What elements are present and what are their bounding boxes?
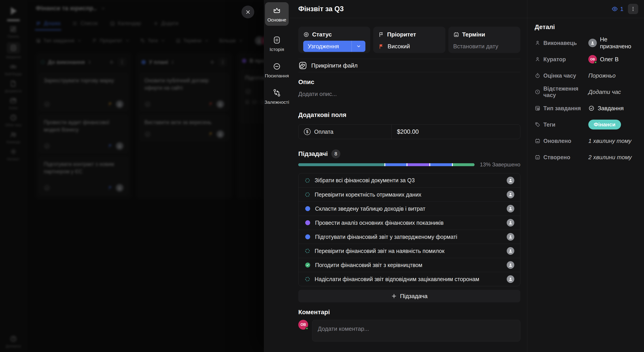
details-heading: Деталі xyxy=(535,24,640,31)
subtask-assignee-avatar[interactable] xyxy=(507,247,514,255)
comment-composer: ОВ xyxy=(298,320,520,342)
subtask-assignee-avatar[interactable] xyxy=(507,177,514,184)
modal-backdrop[interactable] xyxy=(0,0,264,352)
dependencies-icon xyxy=(272,88,281,97)
progress-label: 13% Завершено xyxy=(480,162,520,168)
subtasks-heading: Підзадачі xyxy=(298,150,328,158)
subtasks-list: Зібрати всі фінансові документи за Q3 Пе… xyxy=(298,173,520,286)
subtask-row[interactable]: Зібрати всі фінансові документи за Q3 xyxy=(298,173,520,188)
nav-item-links[interactable]: Посилання xyxy=(265,62,289,78)
subtask-row[interactable]: Перевірити фінансовий звіт на наявність … xyxy=(298,244,520,258)
app-screen: Панель Завдання Вайтборди Документи Кліп… xyxy=(0,0,644,352)
clock-icon xyxy=(535,89,540,95)
details-body: Деталі Виконавець Не призначено Куратор … xyxy=(527,18,644,161)
task-type-value[interactable]: Завдання xyxy=(588,105,624,112)
subtask-assignee-avatar[interactable] xyxy=(507,233,514,241)
history-icon xyxy=(272,36,281,44)
assignee-value[interactable]: Не призначено xyxy=(588,36,640,50)
status-dot-icon[interactable] xyxy=(305,234,310,239)
tag-icon xyxy=(535,122,540,128)
payment-field-value[interactable]: $200.00 xyxy=(392,128,419,135)
time-tracking-value[interactable]: Додати час xyxy=(588,88,621,96)
updated-value: 1 хвилину тому xyxy=(588,138,632,144)
chevron-down-icon xyxy=(356,44,361,49)
status-ring-icon[interactable] xyxy=(305,192,310,197)
detail-row-assignee: Виконавець Не призначено xyxy=(535,39,640,47)
time-estimate-value[interactable]: Порожньо xyxy=(588,72,616,79)
status-icon xyxy=(303,32,309,38)
comments-heading: Коментарі xyxy=(298,308,520,316)
priority-value[interactable]: Високий xyxy=(378,41,440,52)
subtask-row[interactable]: Підготувати фінансовий звіт у затверджен… xyxy=(298,230,520,244)
set-date-placeholder[interactable]: Встановити дату xyxy=(453,41,516,52)
payment-field-label: $ Оплата xyxy=(298,124,391,139)
subtask-row[interactable]: Погодити фінансовий звіт з керівництвом xyxy=(298,258,520,272)
description-heading: Опис xyxy=(298,78,520,86)
subtask-assignee-avatar[interactable] xyxy=(507,261,514,269)
calendar-icon xyxy=(453,32,459,38)
current-user-avatar: ОВ xyxy=(298,320,308,330)
subtasks-heading-row: Підзадачі 8 xyxy=(298,150,520,158)
subtask-row[interactable]: Надіслати фінансовий звіт відповідним за… xyxy=(298,272,520,286)
status-ring-icon[interactable] xyxy=(305,178,310,183)
person-icon xyxy=(508,277,513,282)
subtask-row[interactable]: Перевірити коректність отриманих даних xyxy=(298,188,520,202)
detail-row-tags: Теги Фінанси xyxy=(535,120,640,128)
subtask-assignee-avatar[interactable] xyxy=(507,275,514,283)
person-icon xyxy=(508,262,513,268)
nav-item-dependencies[interactable]: Залежності xyxy=(265,88,289,105)
person-icon xyxy=(590,40,595,46)
modal-main: Фінзвіт за Q3 Статус Узгодження xyxy=(290,0,527,352)
status-done-icon[interactable] xyxy=(305,262,310,268)
kebab-icon xyxy=(632,6,634,12)
subtask-assignee-avatar[interactable] xyxy=(507,205,514,212)
modal-header: Фінзвіт за Q3 xyxy=(290,0,527,18)
status-dropdown-chevron[interactable] xyxy=(352,41,366,52)
person-icon xyxy=(535,56,540,62)
person-icon xyxy=(508,192,513,197)
subtasks-count-badge: 8 xyxy=(332,150,340,158)
status-ring-icon[interactable] xyxy=(305,277,310,281)
status-ring-icon[interactable] xyxy=(305,249,310,253)
task-menu-button[interactable] xyxy=(628,4,638,14)
close-icon xyxy=(245,10,251,15)
status-dot-icon[interactable] xyxy=(305,220,310,225)
subtask-row[interactable]: Скласти зведену таблицю доходів і витрат xyxy=(298,202,520,216)
priority-card[interactable]: Пріоритет Високий xyxy=(373,26,445,53)
attach-file-button[interactable]: Прикріпити файл xyxy=(298,59,520,72)
nav-item-main[interactable]: Основне xyxy=(265,2,289,26)
subtask-assignee-avatar[interactable] xyxy=(507,219,514,226)
online-dot xyxy=(594,61,597,64)
online-dot xyxy=(306,327,308,330)
close-modal-button[interactable] xyxy=(242,6,254,18)
add-subtask-button[interactable]: Підзадача xyxy=(298,290,520,302)
subtask-assignee-avatar[interactable] xyxy=(507,191,514,198)
status-dot-icon[interactable] xyxy=(305,206,310,211)
task-title: Фінзвіт за Q3 xyxy=(298,5,344,13)
task-modal: Основне Історія Посилання Залежності Фін… xyxy=(264,0,644,352)
created-value: 2 хвилини тому xyxy=(588,154,632,161)
field-cards: Статус Узгодження Пріоритет xyxy=(298,26,520,53)
crown-icon xyxy=(272,6,281,15)
detail-row-time-estimate: Оцінка часу Порожньо xyxy=(535,72,640,80)
watchers-button[interactable]: 1 xyxy=(611,6,624,12)
person-icon xyxy=(508,248,513,254)
priority-flag-icon xyxy=(378,44,384,50)
eye-icon xyxy=(611,6,618,12)
nav-item-history[interactable]: Історія xyxy=(265,36,289,52)
tag-finance[interactable]: Фінанси xyxy=(588,120,621,130)
subtasks-progress-row: 13% Завершено xyxy=(298,162,520,168)
curator-value[interactable]: ОВ Олег В xyxy=(588,55,619,64)
detail-row-time-tracking: Відстеження часу Додати час xyxy=(535,88,640,96)
dollar-icon: $ xyxy=(304,128,310,135)
subtasks-progress-bar xyxy=(298,163,474,166)
comment-input[interactable] xyxy=(312,320,520,342)
task-type-icon xyxy=(535,105,540,111)
description-placeholder[interactable]: Додати опис... xyxy=(298,90,520,98)
calendar-icon xyxy=(535,154,540,160)
status-dropdown[interactable]: Узгодження xyxy=(303,41,366,52)
subtask-row[interactable]: Провести аналіз основних фінансових пока… xyxy=(298,216,520,230)
person-icon xyxy=(508,178,513,183)
paperclip-icon xyxy=(298,61,307,70)
dates-card[interactable]: Терміни Встановити дату xyxy=(448,26,520,53)
